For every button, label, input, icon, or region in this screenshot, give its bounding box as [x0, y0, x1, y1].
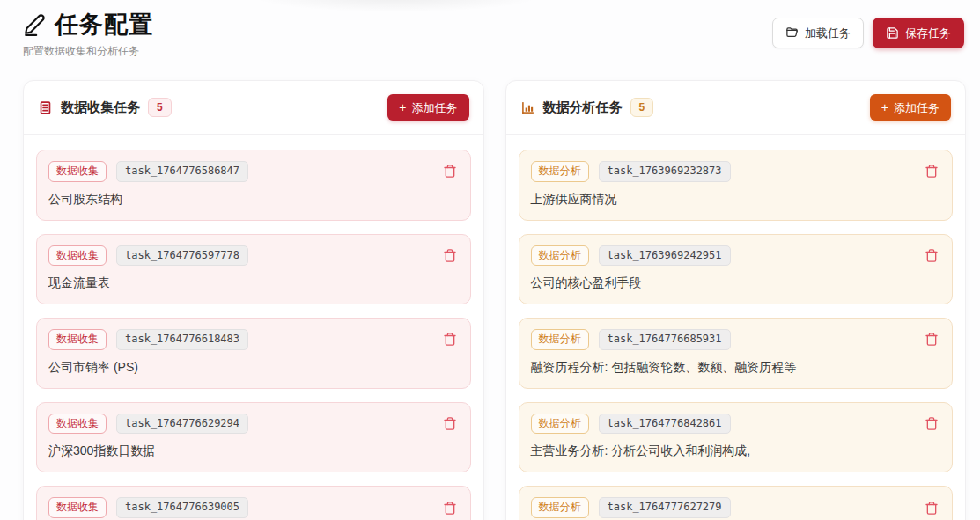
delete-task-button[interactable] — [441, 246, 459, 265]
bar-chart-icon — [520, 100, 535, 115]
trash-icon — [443, 501, 457, 516]
data-analysis-panel: 数据分析任务 5 + 添加任务 数据分析 task_1763969232873 … — [505, 80, 967, 520]
delete-task-button[interactable] — [923, 330, 940, 348]
task-id-chip: task_1764776685931 — [599, 329, 731, 350]
task-type-badge: 数据收集 — [48, 414, 107, 435]
trash-icon — [925, 164, 939, 179]
task-card: 数据收集 task_1764776597778 现金流量表 — [36, 234, 471, 305]
trash-icon — [443, 164, 457, 179]
data-analysis-count-badge: 5 — [630, 98, 654, 117]
trash-icon — [925, 332, 939, 347]
task-id-chip: task_1763969242951 — [599, 245, 731, 267]
page-title: 任务配置 — [55, 9, 153, 40]
task-type-badge: 数据收集 — [48, 245, 107, 267]
data-collection-panel-header: 数据收集任务 5 + 添加任务 — [24, 81, 483, 135]
header-actions: 加载任务 保存任务 — [772, 18, 964, 48]
plus-icon: + — [881, 101, 888, 114]
task-type-badge: 数据分析 — [531, 329, 589, 350]
task-type-badge: 数据分析 — [531, 497, 589, 518]
task-card: 数据收集 task_1764776629294 沪深300指数日数据 — [36, 402, 471, 473]
task-id-chip: task_1764776597778 — [116, 245, 248, 267]
task-card: 数据收集 task_1764776618483 公司市销率 (PS) — [36, 318, 471, 389]
task-id-chip: task_1764776618483 — [116, 329, 248, 350]
trash-icon — [443, 248, 457, 263]
task-type-badge: 数据分析 — [531, 414, 589, 435]
floppy-disk-icon — [886, 26, 899, 40]
task-description: 公司股东结构 — [48, 192, 459, 208]
task-card: 数据分析 task_1764777627279 公司股东分析 — [519, 486, 954, 520]
trash-icon — [443, 332, 457, 347]
delete-task-button[interactable] — [923, 499, 940, 517]
task-id-chip: task_1764776842861 — [599, 414, 731, 435]
task-id-chip: task_1764776586847 — [116, 161, 248, 182]
task-card: 数据分析 task_1763969232873 上游供应商情况 — [519, 150, 954, 221]
load-tasks-label: 加载任务 — [805, 27, 851, 39]
pencil-edit-icon — [23, 13, 46, 36]
folder-open-icon — [785, 26, 799, 40]
plus-icon: + — [399, 101, 406, 114]
delete-task-button[interactable] — [923, 162, 940, 180]
trash-icon — [443, 416, 457, 431]
save-tasks-label: 保存任务 — [905, 27, 951, 39]
delete-task-button[interactable] — [923, 414, 940, 433]
save-tasks-button[interactable]: 保存任务 — [873, 18, 964, 48]
panels-container: 数据收集任务 5 + 添加任务 数据收集 task_1764776586847 … — [0, 59, 980, 520]
list-rows-icon — [38, 100, 53, 115]
data-analysis-panel-header: 数据分析任务 5 + 添加任务 — [506, 81, 966, 135]
add-collection-task-label: 添加任务 — [412, 102, 458, 114]
add-analysis-task-label: 添加任务 — [894, 102, 939, 114]
page-subtitle: 配置数据收集和分析任务 — [23, 44, 153, 59]
task-description: 上游供应商情况 — [531, 192, 941, 208]
task-type-badge: 数据收集 — [48, 329, 107, 350]
task-card: 数据分析 task_1763969242951 公司的核心盈利手段 — [519, 234, 954, 305]
task-description: 融资历程分析: 包括融资轮数、数额、融资历程等 — [531, 360, 941, 376]
add-analysis-task-button[interactable]: + 添加任务 — [870, 94, 951, 121]
task-description: 主营业务分析: 分析公司收入和利润构成, — [531, 443, 941, 459]
delete-task-button[interactable] — [441, 330, 459, 348]
task-list: 数据分析 task_1763969232873 上游供应商情况 数据分析 tas… — [506, 135, 966, 520]
data-collection-panel-title: 数据收集任务 — [61, 99, 140, 116]
title-block: 任务配置 配置数据收集和分析任务 — [23, 9, 153, 59]
data-analysis-panel-title: 数据分析任务 — [543, 99, 623, 116]
delete-task-button[interactable] — [923, 246, 940, 265]
trash-icon — [925, 501, 939, 516]
task-type-badge: 数据分析 — [531, 161, 589, 182]
task-card: 数据收集 task_1764776639005 利润表 — [36, 486, 471, 520]
task-id-chip: task_1763969232873 — [599, 161, 731, 182]
task-description: 现金流量表 — [48, 275, 459, 291]
add-collection-task-button[interactable]: + 添加任务 — [387, 94, 468, 121]
task-id-chip: task_1764777627279 — [599, 497, 731, 518]
task-list: 数据收集 task_1764776586847 公司股东结构 数据收集 task… — [24, 135, 483, 520]
trash-icon — [925, 248, 939, 263]
load-tasks-button[interactable]: 加载任务 — [772, 18, 864, 48]
task-card: 数据分析 task_1764776685931 融资历程分析: 包括融资轮数、数… — [519, 318, 954, 389]
task-id-chip: task_1764776629294 — [116, 414, 248, 435]
data-collection-panel: 数据收集任务 5 + 添加任务 数据收集 task_1764776586847 … — [23, 80, 484, 520]
delete-task-button[interactable] — [441, 499, 459, 517]
trash-icon — [925, 416, 939, 431]
delete-task-button[interactable] — [441, 414, 459, 433]
task-id-chip: task_1764776639005 — [116, 497, 248, 518]
task-description: 沪深300指数日数据 — [48, 443, 459, 459]
task-description: 公司的核心盈利手段 — [531, 275, 941, 291]
task-type-badge: 数据分析 — [531, 245, 589, 267]
data-collection-count-badge: 5 — [148, 98, 172, 117]
task-type-badge: 数据收集 — [48, 161, 107, 182]
task-description: 公司市销率 (PS) — [48, 360, 459, 376]
task-card: 数据分析 task_1764776842861 主营业务分析: 分析公司收入和利… — [519, 402, 954, 473]
task-type-badge: 数据收集 — [48, 497, 107, 518]
delete-task-button[interactable] — [441, 162, 459, 180]
task-card: 数据收集 task_1764776586847 公司股东结构 — [36, 150, 471, 221]
page-header: 任务配置 配置数据收集和分析任务 加载任务 保存任务 — [0, 0, 980, 59]
